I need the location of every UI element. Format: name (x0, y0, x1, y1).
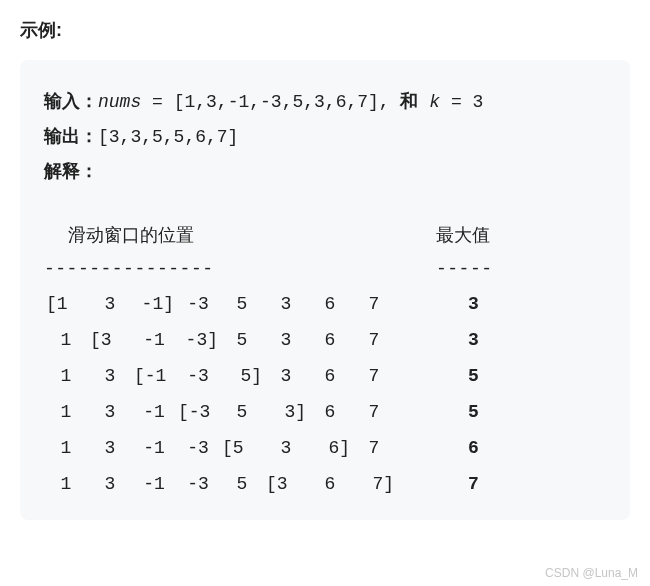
output-label: 输出： (44, 126, 98, 146)
cell: 1 (44, 466, 88, 502)
watermark: CSDN @Luna_M (545, 566, 638, 580)
explain-line: 解释： (44, 154, 606, 189)
cell: -3] (176, 322, 220, 358)
window-cells: 13-1-3[536]7 (44, 430, 436, 466)
example-title: 示例: (20, 18, 630, 42)
cell: 6 (308, 466, 352, 502)
table-row: 1[3-1-3]53673 (44, 322, 606, 358)
cell: -1] (132, 286, 176, 322)
cell: -1 (132, 466, 176, 502)
cell: [-1 (132, 358, 176, 394)
cell: 3 (264, 286, 308, 322)
table-row: 13-1-3[536]76 (44, 430, 606, 466)
cell: -1 (132, 430, 176, 466)
cell: 3] (264, 394, 308, 430)
header-position: 滑动窗口的位置 (44, 218, 436, 252)
cell: 3 (88, 358, 132, 394)
divider-max: ----- (436, 252, 556, 286)
cell: [-3 (176, 394, 220, 430)
table-row: 13-1-35[367]7 (44, 466, 606, 502)
output-line: 输出：[3,3,5,5,6,7] (44, 119, 606, 154)
nums-var: nums (98, 92, 141, 112)
cell: -3 (176, 286, 220, 322)
eq1: = (141, 92, 173, 112)
cell: 5 (220, 322, 264, 358)
window-cells: 13-1-35[367] (44, 466, 436, 502)
cell: 5 (220, 466, 264, 502)
and-text: 和 (400, 91, 418, 111)
k-var: k (429, 92, 440, 112)
cell: 1 (44, 430, 88, 466)
cell: 6 (308, 394, 352, 430)
cell: 6 (308, 358, 352, 394)
cell: 3 (88, 394, 132, 430)
header-max: 最大值 (436, 218, 556, 252)
code-box: 输入：nums = [1,3,-1,-3,5,3,6,7], 和 k = 3 输… (20, 60, 630, 520)
window-cells: 13-1[-353]67 (44, 394, 436, 430)
input-line: 输入：nums = [1,3,-1,-3,5,3,6,7], 和 k = 3 (44, 84, 606, 119)
cell: 3 (264, 358, 308, 394)
max-value: 6 (436, 430, 556, 466)
cell: 1 (44, 322, 88, 358)
max-value: 3 (436, 286, 556, 322)
cell: 5] (220, 358, 264, 394)
cell: 3 (264, 322, 308, 358)
output-value: [3,3,5,5,6,7] (98, 127, 238, 147)
comma: , (379, 92, 401, 112)
input-label: 输入： (44, 91, 98, 111)
cell: 6] (308, 430, 352, 466)
table-row: 13[-1-35]3675 (44, 358, 606, 394)
table-row: 13-1[-353]675 (44, 394, 606, 430)
cell: [1 (44, 286, 88, 322)
cell: 7 (352, 286, 396, 322)
cell: 7] (352, 466, 396, 502)
cell: 1 (44, 394, 88, 430)
cell: -3 (176, 466, 220, 502)
table-body: [13-1]-3536731[3-1-3]5367313[-1-35]36751… (44, 286, 606, 502)
cell: -3 (176, 358, 220, 394)
nums-value: [1,3,-1,-3,5,3,6,7] (174, 92, 379, 112)
cell: 7 (352, 430, 396, 466)
cell: -1 (132, 322, 176, 358)
cell: 3 (88, 430, 132, 466)
window-cells: 1[3-1-3]5367 (44, 322, 436, 358)
cell: 3 (264, 430, 308, 466)
k-value: 3 (473, 92, 484, 112)
max-value: 3 (436, 322, 556, 358)
cell: 7 (352, 358, 396, 394)
cell: 5 (220, 286, 264, 322)
cell: 6 (308, 322, 352, 358)
cell: -3 (176, 430, 220, 466)
cell: 5 (220, 394, 264, 430)
cell: [3 (88, 322, 132, 358)
explain-label: 解释： (44, 161, 98, 181)
example-block: 示例: 输入：nums = [1,3,-1,-3,5,3,6,7], 和 k =… (0, 0, 650, 586)
cell: 7 (352, 322, 396, 358)
window-cells: 13[-1-35]367 (44, 358, 436, 394)
cell: 7 (352, 394, 396, 430)
table-divider: --------------- ----- (44, 252, 606, 286)
divider-pos: --------------- (44, 252, 436, 286)
max-value: 5 (436, 394, 556, 430)
cell: 1 (44, 358, 88, 394)
cell: -1 (132, 394, 176, 430)
cell: 3 (88, 286, 132, 322)
cell: [3 (264, 466, 308, 502)
max-value: 7 (436, 466, 556, 502)
cell: 3 (88, 466, 132, 502)
spacer (44, 190, 606, 218)
window-cells: [13-1]-35367 (44, 286, 436, 322)
eq2: = (440, 92, 472, 112)
cell: 6 (308, 286, 352, 322)
table-row: [13-1]-353673 (44, 286, 606, 322)
cell: [5 (220, 430, 264, 466)
max-value: 5 (436, 358, 556, 394)
table-header: 滑动窗口的位置 最大值 (44, 218, 606, 252)
